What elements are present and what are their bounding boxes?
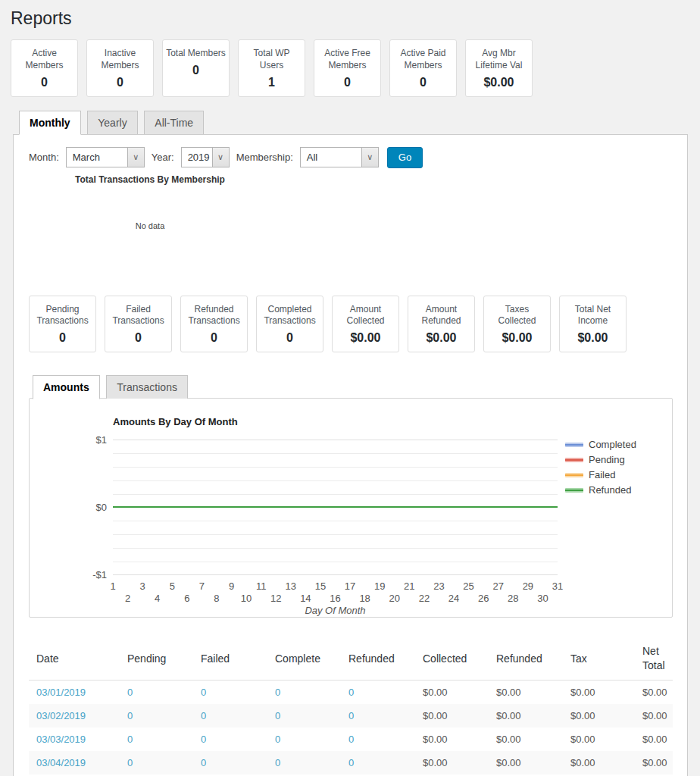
legend-swatch <box>565 443 583 447</box>
legend-swatch-line <box>565 474 583 476</box>
stat-card: Active Members 0 <box>11 39 78 97</box>
year-label: Year: <box>152 152 174 163</box>
legend-swatch <box>565 458 583 462</box>
x-tick-label: 30 <box>537 593 548 604</box>
column-header: Complete <box>267 637 341 680</box>
date-link[interactable]: 03/02/2019 <box>36 710 86 721</box>
x-tick-label: 17 <box>345 580 355 592</box>
x-tick-label: 28 <box>508 593 518 604</box>
stat-label: Active Members <box>14 48 75 72</box>
refunded-count-link[interactable]: 0 <box>348 687 354 698</box>
stat-card: Failed Transactions 0 <box>105 296 172 353</box>
month-select[interactable]: March ∨ <box>66 147 145 167</box>
complete-count-link[interactable]: 0 <box>275 687 280 698</box>
y-axis: $1$0-$1 <box>75 440 107 574</box>
x-tick-label: 25 <box>463 580 473 592</box>
pending-count-link[interactable]: 0 <box>127 710 133 721</box>
gridline <box>113 480 558 481</box>
failed-count-link[interactable]: 0 <box>201 757 206 768</box>
gridline <box>113 453 558 454</box>
transactions-table: Date Pending Failed Complete Refunded Co… <box>29 637 673 776</box>
year-select[interactable]: 2019 ∨ <box>181 147 230 167</box>
stat-card: Active Free Members 0 <box>314 39 381 97</box>
month-select-value: March <box>67 148 127 167</box>
gridline <box>113 574 558 575</box>
x-tick-label: 13 <box>286 580 296 592</box>
complete-count-link[interactable]: 0 <box>275 757 280 768</box>
failed-count-link[interactable]: 0 <box>201 687 206 698</box>
legend-label: Completed <box>589 439 636 450</box>
membership-select[interactable]: All ∨ <box>300 147 379 167</box>
pending-count-link[interactable]: 0 <box>127 757 133 768</box>
stat-label: Active Free Members <box>317 48 378 72</box>
refunded-count-link[interactable]: 0 <box>348 757 354 768</box>
pending-count-link[interactable]: 0 <box>127 687 133 698</box>
date-link[interactable]: 03/03/2019 <box>36 734 86 745</box>
x-tick-label: 21 <box>404 580 414 592</box>
membership-chart-title: Total Transactions By Membership <box>36 174 264 185</box>
stat-value: $0.00 <box>486 331 548 345</box>
stat-label: Taxes Collected <box>486 304 548 328</box>
x-tick-label: 9 <box>229 580 234 592</box>
x-tick-label: 15 <box>315 580 326 592</box>
table-row: 03/01/2019 0 0 0 0 $0.00 $0.00 $0.00 $0.… <box>29 681 673 705</box>
stat-value: 0 <box>14 76 75 89</box>
chevron-down-icon: ∨ <box>361 148 378 167</box>
stat-label: Failed Transactions <box>108 304 169 328</box>
refunded-amount-cell: $0.00 <box>489 681 563 705</box>
stat-card: Total Net Income $0.00 <box>559 296 627 353</box>
tab-amounts[interactable]: Amounts <box>33 375 100 399</box>
refunded-count-link[interactable]: 0 <box>348 710 354 721</box>
tab-yearly[interactable]: Yearly <box>87 111 137 134</box>
series-line-refunded <box>113 506 558 508</box>
stat-label: Pending Transactions <box>32 304 93 328</box>
stat-card: Avg Mbr Lifetime Val $0.00 <box>465 39 533 97</box>
member-stats-row: Active Members 0 Inactive Members 0 Tota… <box>11 39 700 97</box>
stat-card: Amount Collected $0.00 <box>332 296 399 353</box>
table-row: 03/04/2019 0 0 0 0 $0.00 $0.00 $0.00 $0.… <box>29 751 673 774</box>
tab-monthly[interactable]: Monthly <box>19 111 81 135</box>
stat-value: 0 <box>32 331 93 345</box>
stat-label: Active Paid Members <box>392 48 454 72</box>
stat-value: 1 <box>241 76 302 89</box>
x-tick-label: 16 <box>330 593 340 604</box>
tab-all-time[interactable]: All-Time <box>144 111 204 134</box>
tab-transactions[interactable]: Transactions <box>106 375 188 399</box>
date-link[interactable]: 03/04/2019 <box>36 757 86 768</box>
tax-amount-cell: $0.00 <box>563 681 635 705</box>
gridline <box>113 440 558 440</box>
stat-card: Completed Transactions 0 <box>256 296 323 353</box>
net-total-cell: $0.00 <box>635 704 673 728</box>
period-tab-bar: Monthly Yearly All-Time <box>13 110 700 134</box>
legend-swatch-line <box>565 459 583 461</box>
date-link[interactable]: 03/01/2019 <box>36 687 86 698</box>
refunded-count-link[interactable]: 0 <box>348 734 354 745</box>
stat-value: 0 <box>108 331 169 345</box>
x-tick-label: 29 <box>523 580 533 592</box>
gridline <box>113 534 558 535</box>
go-button[interactable]: Go <box>387 147 423 168</box>
table-row: 03/03/2019 0 0 0 0 $0.00 $0.00 $0.00 $0.… <box>29 728 673 751</box>
gridline <box>113 494 558 495</box>
stat-value: 0 <box>165 64 227 77</box>
failed-count-link[interactable]: 0 <box>201 734 206 745</box>
pending-count-link[interactable]: 0 <box>127 734 133 745</box>
x-tick-label: 10 <box>241 593 252 604</box>
legend-swatch <box>565 473 583 477</box>
legend-swatch-line <box>565 444 583 446</box>
complete-count-link[interactable]: 0 <box>275 734 280 745</box>
stat-label: Amount Refunded <box>411 304 472 328</box>
x-tick-label: 31 <box>552 580 563 592</box>
legend-label: Refunded <box>589 484 631 496</box>
legend-swatch <box>565 488 583 493</box>
y-tick-label: $1 <box>96 434 107 446</box>
membership-chart-box: Total Transactions By Membership No data <box>36 174 264 288</box>
filter-row: Month: March ∨ Year: 2019 ∨ Membership: … <box>29 147 672 168</box>
legend-item: Pending <box>565 454 636 465</box>
failed-count-link[interactable]: 0 <box>201 710 206 721</box>
complete-count-link[interactable]: 0 <box>275 710 280 721</box>
refunded-amount-cell: $0.00 <box>489 728 563 751</box>
year-select-value: 2019 <box>182 148 212 167</box>
refunded-amount-cell: $0.00 <box>489 751 563 774</box>
stat-label: Total Net Income <box>562 304 623 328</box>
